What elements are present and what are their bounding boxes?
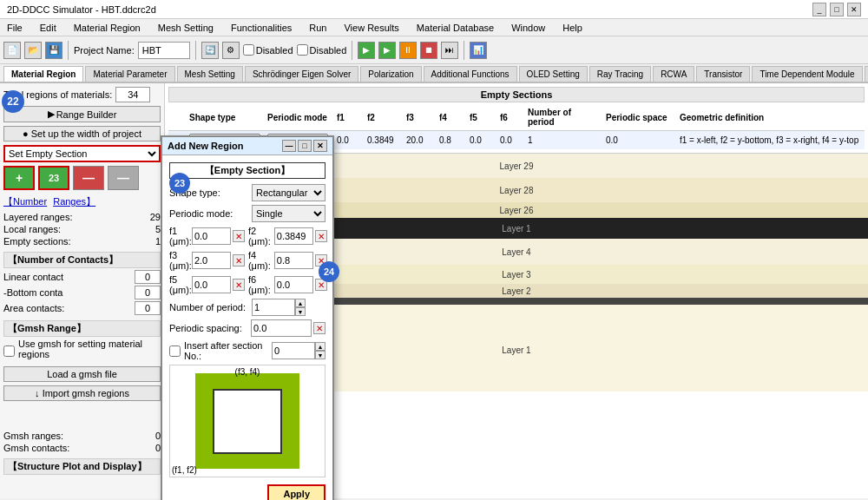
f5-input[interactable] <box>192 276 231 293</box>
total-regions-row: Total regions of materials: <box>3 87 161 102</box>
total-regions-input[interactable] <box>115 87 150 102</box>
dialog-section-title: 【Empty Section】 <box>169 162 326 179</box>
area-contacts-input[interactable] <box>135 301 161 315</box>
setup-width-button[interactable]: ● Set up the width of project <box>3 126 161 141</box>
dialog-controls[interactable]: — □ ✕ <box>282 140 327 152</box>
bottom-conta-input[interactable] <box>135 286 161 299</box>
project-name-input[interactable] <box>138 42 190 59</box>
window-controls[interactable]: _ □ ✕ <box>812 3 861 16</box>
tab-polarization[interactable]: Polarization <box>360 66 421 82</box>
menu-edit[interactable]: Edit <box>36 21 60 35</box>
shape-type-dialog-select[interactable]: Rectangular Circular Polygon <box>252 184 326 201</box>
ranges-link[interactable]: Ranges】 <box>53 195 95 208</box>
add-section-button[interactable]: + <box>3 166 35 190</box>
disabled-checkbox1[interactable] <box>243 44 254 56</box>
settings-icon[interactable]: ⚙ <box>222 42 240 59</box>
th-number-of-period: Number of period <box>524 106 602 128</box>
dialog-title: Add New Region <box>168 141 243 151</box>
play2-icon[interactable]: ▶ <box>378 42 396 59</box>
tab-mesh-setting[interactable]: Mesh Setting <box>177 66 243 82</box>
f2-input[interactable] <box>274 227 313 245</box>
menu-mesh-setting[interactable]: Mesh Setting <box>155 21 217 35</box>
spinbox-arrows[interactable]: ▲ ▼ <box>295 299 306 316</box>
apply-button[interactable]: Apply <box>267 484 326 500</box>
menu-material-database[interactable]: Material Database <box>413 21 497 35</box>
menu-file[interactable]: File <box>3 21 26 35</box>
badge23-button[interactable]: 23 <box>38 166 69 190</box>
dialog-maximize-btn[interactable]: □ <box>298 140 312 152</box>
periodic-spacing-clear-btn[interactable]: ✕ <box>313 322 326 334</box>
toolbar: 📄 📂 💾 Project Name: 🔄 ⚙ Disabled Disable… <box>0 36 868 64</box>
f2-clear-btn[interactable]: ✕ <box>315 230 327 242</box>
toolbar-separator3 <box>352 41 352 60</box>
periodic-spacing-group: ✕ <box>251 319 326 337</box>
layer3-label: Layer 3 <box>502 270 531 280</box>
tab-additional-functions[interactable]: Additional Functions <box>424 66 517 82</box>
tab-ray-tracing[interactable]: Ray Tracing <box>589 66 651 82</box>
use-gmsh-row: Use gmsh for setting material regions <box>3 339 161 363</box>
f1-f2-row: f1 (μm): ✕ f2 (μm): ✕ <box>169 226 326 247</box>
menu-window[interactable]: Window <box>508 21 549 35</box>
remove-section-button[interactable]: — <box>73 166 104 190</box>
local-ranges-row: Local ranges: 5 <box>3 224 161 234</box>
insert-checkbox[interactable] <box>169 345 181 357</box>
f3-input[interactable] <box>192 252 231 269</box>
f3-clear-btn[interactable]: ✕ <box>233 254 245 266</box>
tab-solar-cell[interactable]: Solar Cell <box>865 66 868 82</box>
inner-rect <box>213 389 282 454</box>
insert-input[interactable] <box>272 342 315 359</box>
set-empty-section-dropdown[interactable]: Set Empty Section <box>3 145 161 162</box>
chart-icon[interactable]: 📊 <box>470 42 487 59</box>
insert-spinbox-down[interactable]: ▼ <box>315 351 326 359</box>
menu-functionalities[interactable]: Functionalities <box>227 21 295 35</box>
maximize-button[interactable]: □ <box>830 3 844 16</box>
spinbox-up[interactable]: ▲ <box>295 299 306 307</box>
insert-spinbox-up[interactable]: ▲ <box>315 342 326 351</box>
f6-input[interactable] <box>274 276 313 293</box>
dialog-close-btn[interactable]: ✕ <box>313 140 327 152</box>
insert-spinbox-arrows[interactable]: ▲ ▼ <box>315 342 326 359</box>
save-icon[interactable]: 💾 <box>45 42 62 59</box>
disabled-section-button[interactable]: — <box>108 166 139 190</box>
dialog-minimize-btn[interactable]: — <box>282 140 296 152</box>
td-f6: 0.0 <box>496 135 524 146</box>
tab-rcwa[interactable]: RCWA <box>653 66 694 82</box>
import-gmsh-button[interactable]: ↓ Import gmsh regions <box>3 385 161 401</box>
use-gmsh-checkbox[interactable] <box>3 345 15 357</box>
play-icon[interactable]: ▶ <box>358 42 375 59</box>
menu-run[interactable]: Run <box>306 21 330 35</box>
tab-time-dependent[interactable]: Time Dependent Module <box>752 66 862 82</box>
f1-input[interactable] <box>192 227 231 245</box>
minimize-button[interactable]: _ <box>812 3 826 16</box>
menu-material-region[interactable]: Material Region <box>70 21 144 35</box>
range-builder-button[interactable]: ▶ Range Builder <box>3 106 161 122</box>
close-button[interactable]: ✕ <box>847 3 861 16</box>
load-gmsh-button[interactable]: Load a gmsh file <box>3 366 161 382</box>
tab-oled-setting[interactable]: OLED Setting <box>519 66 588 82</box>
menu-view-results[interactable]: View Results <box>340 21 402 35</box>
gmsh-spacer <box>3 405 161 431</box>
gmsh-contacts-row: Gmsh contacts: 0 <box>3 443 161 453</box>
stop-icon[interactable]: ⏹ <box>420 42 437 59</box>
spinbox-down[interactable]: ▼ <box>295 307 306 316</box>
number-link[interactable]: 【Number <box>3 195 47 208</box>
refresh-icon[interactable]: 🔄 <box>201 42 219 59</box>
pause-icon[interactable]: ⏸ <box>399 42 417 59</box>
linear-contact-input[interactable] <box>135 270 161 284</box>
step-icon[interactable]: ⏭ <box>441 42 458 59</box>
tab-schrodinger[interactable]: Schrödinger Eigen Solver <box>245 66 358 82</box>
periodic-spacing-input[interactable] <box>251 319 312 337</box>
periodic-mode-dialog-select[interactable]: Single None <box>252 205 326 222</box>
tab-transistor[interactable]: Transistor <box>696 66 750 82</box>
menu-help[interactable]: Help <box>559 21 586 35</box>
linear-contact-row: Linear contact <box>3 270 161 284</box>
tab-material-region[interactable]: Material Region <box>3 66 83 83</box>
f1-clear-btn[interactable]: ✕ <box>233 230 245 242</box>
f4-input[interactable] <box>274 252 313 269</box>
disabled-checkbox2[interactable] <box>297 44 308 56</box>
f5-clear-btn[interactable]: ✕ <box>233 279 245 291</box>
tab-material-parameter[interactable]: Material Parameter <box>85 66 174 82</box>
new-file-icon[interactable]: 📄 <box>3 42 21 59</box>
number-of-period-input[interactable] <box>252 299 295 316</box>
open-icon[interactable]: 📂 <box>24 42 42 59</box>
